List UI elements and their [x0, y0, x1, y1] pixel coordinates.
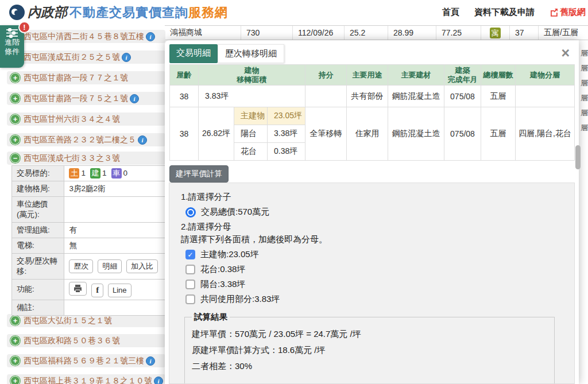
nav-home-link[interactable]: 首頁 [442, 7, 459, 18]
checkbox-label: 花台:0.38坪 [200, 264, 245, 275]
tab-transaction-detail[interactable]: 交易明細 [169, 44, 218, 63]
checkbox-unchecked[interactable] [185, 265, 195, 274]
expand-plus-icon[interactable]: + [10, 73, 20, 83]
parking-badge: 車 [111, 168, 122, 179]
expand-plus-icon[interactable]: + [10, 356, 20, 366]
list-item-address[interactable]: + 西屯區至善路２３２號二樓之５ i [7, 133, 165, 146]
scrollbar-thumb[interactable] [575, 145, 581, 169]
detail-label: 電梯: [12, 238, 64, 254]
site-title-suffix: 服務網 [188, 5, 228, 20]
history-button[interactable]: 歷次 [69, 259, 93, 273]
detail-row-elevator: 電梯: 無 [12, 238, 165, 254]
detail-row-note: 備註: [12, 300, 165, 315]
facebook-share-button[interactable]: f [91, 284, 103, 297]
cell-unit-price: 25.2 [345, 26, 388, 40]
expand-plus-icon[interactable]: + [10, 135, 20, 145]
cell-age: 37 [510, 26, 539, 40]
numerator-radio-row[interactable]: 交易總價:570萬元 [185, 207, 574, 218]
print-button[interactable] [69, 282, 87, 296]
advanced-filter-tab[interactable]: 進階 條件 ! [0, 25, 24, 68]
moi-logo-icon [9, 5, 25, 20]
transaction-detail-modal: × 交易明細 歷次轉移明細 屋齡 建物移轉面積 持分 主要用途 主要建材 建築完… [165, 40, 579, 384]
step1-label: 1.請選擇分子 [181, 192, 574, 203]
cell-area2: 77.25 [436, 26, 481, 40]
land-badge: 土 [69, 168, 79, 179]
info-icon[interactable]: i [146, 32, 155, 41]
detail-label: 管理組織: [12, 223, 64, 238]
result-table-row[interactable]: 鴻福商城 730 112/09/26 25.2 28.99 77.25 寓 37… [165, 25, 588, 40]
list-item-address-expanded[interactable]: − 西屯區漢成七街３３之３號 [7, 152, 165, 165]
address-label: 西屯區中清西二街４５巷８號五樓 [24, 32, 144, 42]
info-icon[interactable]: i [138, 135, 147, 145]
checkbox-row-flower-stand[interactable]: 花台:0.38坪 [185, 264, 574, 275]
list-item-address[interactable]: + 西屯區福上巷３１９弄１８之１０號 i [7, 374, 165, 384]
info-icon[interactable]: i [130, 94, 139, 103]
detail-value: 無 [64, 238, 165, 254]
cell-area1: 28.99 [388, 26, 436, 40]
cell-total-price: 730 [241, 26, 293, 40]
advanced-tab-label-line1: 進階 [5, 38, 20, 47]
building-count: 1 [102, 169, 107, 177]
calc-result-box: 試算結果 建坪單價：570萬元 / 23.05坪 = 24.7萬元 /坪 原建坪… [184, 312, 555, 384]
checkbox-row-balcony[interactable]: 陽台:3.38坪 [185, 279, 574, 290]
radio-selected-icon[interactable] [185, 207, 196, 218]
nav-old-site-label: 舊版網 [560, 7, 586, 18]
cell-share: 全筆移轉 [305, 107, 347, 161]
nav-old-site-link[interactable]: 舊版網 [550, 7, 586, 18]
info-icon[interactable]: i [146, 356, 155, 366]
table-header-row: 屋齡 建物移轉面積 持分 主要用途 主要建材 建築完成年月 總樓層數 建物分層 [170, 65, 575, 86]
col-age: 屋齡 [170, 65, 199, 86]
detail-row-parking-price: 車位總價(萬元): [12, 197, 165, 223]
info-icon[interactable]: i [122, 53, 131, 62]
step2-label: 2.請選擇分母 [181, 222, 574, 232]
expand-plus-icon[interactable]: + [10, 376, 20, 384]
property-detail-table: 交易標的: 土1建1車0 建物格局: 3房2廳2衛 車位總價(萬元): 管理組織… [11, 165, 165, 316]
checkbox-unchecked[interactable] [185, 294, 195, 304]
site-title-main: 不動產交易實價查詢 [69, 5, 188, 20]
cell-sub-value: 23.05坪 [268, 107, 305, 125]
detail-row-functions: 功能: f Line [12, 280, 165, 300]
line-share-button[interactable]: Line [108, 284, 131, 297]
detail-row-management: 管理組織: 有 [12, 223, 165, 238]
detail-label: 車位總價(萬元): [12, 197, 64, 223]
checkbox-unchecked[interactable] [185, 280, 195, 289]
add-compare-button[interactable]: 加入比 [126, 259, 158, 273]
details-button[interactable]: 明細 [98, 259, 122, 273]
list-item-address[interactable]: + 西屯區政和路５０巷３６號 [7, 334, 165, 347]
list-item-address[interactable]: + 西屯區福科路５６９巷２１號三樓 i [7, 354, 165, 367]
list-item-address[interactable]: + 西屯區甘肅路一段７５之１號 i [7, 92, 165, 105]
unit-price-calc-button[interactable]: 建坪單價計算 [169, 165, 229, 183]
col-main-use: 主要用途 [347, 65, 388, 86]
checkbox-row-common-area[interactable]: 共同使用部分:3.83坪 [185, 294, 574, 305]
land-count: 1 [81, 169, 86, 177]
checkbox-checked[interactable]: ✓ [185, 250, 195, 259]
collapse-minus-icon[interactable]: − [10, 153, 20, 163]
cell-type-badge: 寓 [481, 26, 510, 40]
radio-label: 交易總價:570萬元 [201, 207, 269, 218]
checkbox-label: 陽台:3.38坪 [200, 279, 245, 290]
expand-plus-icon[interactable]: + [10, 336, 20, 346]
moi-logo-text: 內政部 [28, 3, 67, 21]
address-label: 西屯區福上巷３１９弄１８之１０號 [24, 376, 152, 384]
list-item-address[interactable]: + 西屯區中清西二街４５巷８號五樓 i [7, 30, 165, 43]
site-title: 不動產交易實價查詢服務網 [69, 4, 228, 21]
info-icon[interactable]: i [154, 377, 163, 384]
list-item-address[interactable]: + 西屯區甘肅路一段７７之１號 [7, 71, 165, 84]
list-item-address[interactable]: + 西屯區大弘街１５之１號 [7, 314, 165, 327]
detail-function-buttons: f Line [64, 280, 165, 300]
nav-download-link[interactable]: 資料下載及申請 [474, 7, 535, 18]
expand-plus-icon[interactable]: + [10, 94, 20, 103]
address-label: 西屯區至善路２３２號二樓之５ [24, 135, 136, 145]
address-label: 西屯區漢成五街２５之５號 [24, 52, 120, 63]
detail-value: 3房2廳2衛 [64, 181, 165, 197]
close-icon[interactable]: × [561, 46, 570, 60]
detail-label: 交易標的: [12, 166, 64, 181]
unit-price-calc-panel: 1.請選擇分子 交易總價:570萬元 2.請選擇分母 請選擇下列各面積，加總後即… [169, 183, 575, 384]
expand-plus-icon[interactable]: + [10, 316, 20, 325]
expand-plus-icon[interactable]: + [10, 114, 20, 124]
list-item-address[interactable]: + 西屯區甘州六街３４之４號 [7, 113, 165, 126]
detail-label: 備註: [12, 300, 64, 315]
tab-transfer-history[interactable]: 歷次轉移明細 [218, 44, 284, 63]
checkbox-row-main-building[interactable]: ✓ 主建物:23.05坪 [185, 249, 574, 260]
list-item-address[interactable]: + 西屯區漢成五街２５之５號 i [7, 51, 165, 64]
